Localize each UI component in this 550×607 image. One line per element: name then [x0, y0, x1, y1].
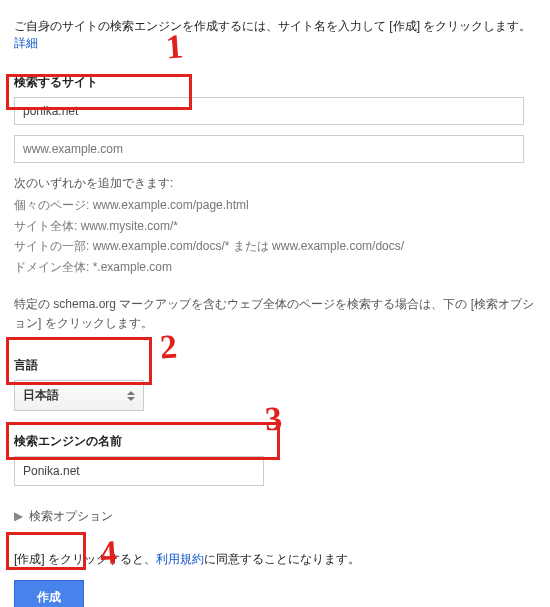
formats-lead: 次のいずれかを追加できます:	[14, 173, 536, 193]
site-input-2[interactable]	[14, 135, 524, 163]
site-input-1[interactable]	[14, 97, 524, 125]
engine-name-label: 検索エンジンの名前	[14, 433, 536, 450]
detail-link[interactable]: 詳細	[14, 36, 38, 50]
terms-link[interactable]: 利用規約	[156, 552, 204, 566]
intro-body: ご自身のサイトの検索エンジンを作成するには、サイト名を入力して [作成] をクリ…	[14, 19, 531, 33]
select-arrows-icon	[127, 391, 135, 401]
sites-label: 検索するサイト	[14, 74, 536, 91]
formats-l4: ドメイン全体: *.example.com	[14, 257, 536, 277]
formats-l3: サイトの一部: www.example.com/docs/* または www.e…	[14, 236, 536, 256]
formats-l1: 個々のページ: www.example.com/page.html	[14, 195, 536, 215]
search-options-label: 検索オプション	[29, 509, 113, 523]
search-options-toggle[interactable]: ▶検索オプション	[14, 508, 536, 525]
schema-note: 特定の schema.org マークアップを含むウェブ全体のページを検索する場合…	[14, 295, 536, 333]
formats-desc: 次のいずれかを追加できます: 個々のページ: www.example.com/p…	[14, 173, 536, 277]
engine-name-input[interactable]	[14, 456, 264, 486]
formats-l2: サイト全体: www.mysite.com/*	[14, 216, 536, 236]
agree-text: [作成] をクリックすると、利用規約に同意することになります。	[14, 551, 536, 568]
create-button[interactable]: 作成	[14, 580, 84, 607]
intro-text: ご自身のサイトの検索エンジンを作成するには、サイト名を入力して [作成] をクリ…	[14, 18, 536, 52]
triangle-right-icon: ▶	[14, 509, 23, 523]
language-select[interactable]: 日本語	[14, 380, 144, 411]
language-label: 言語	[14, 357, 536, 374]
language-value: 日本語	[23, 387, 59, 404]
